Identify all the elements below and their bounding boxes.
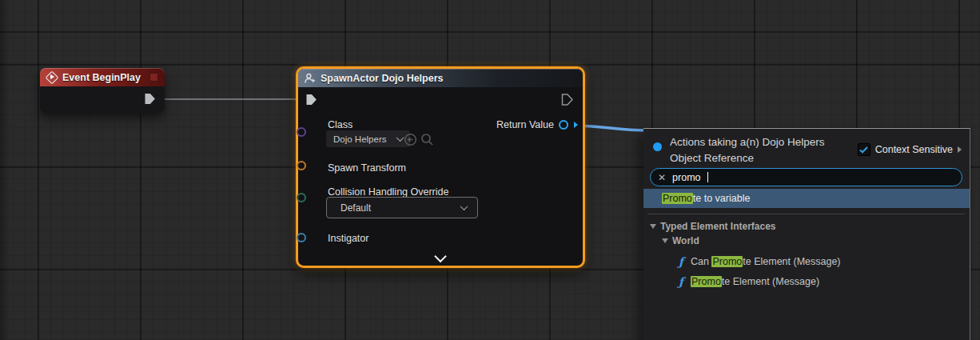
event-node-header[interactable]: Event BeginPlay — [40, 68, 165, 86]
expander-arrow-icon[interactable] — [958, 146, 962, 153]
return-value-pin[interactable] — [559, 120, 568, 130]
tree-item-can-promote-element[interactable]: ƒ Can Promote Element (Message) — [643, 251, 970, 271]
spawnactor-node-title: SpawnActor Dojo Helpers — [321, 73, 444, 84]
event-node-badge — [149, 73, 158, 82]
browse-asset-icon[interactable] — [420, 133, 434, 146]
function-icon: ƒ — [679, 276, 683, 287]
return-value-row[interactable]: Return Value — [496, 119, 578, 130]
class-pin-label: Class — [328, 119, 353, 130]
exec-input-pin[interactable] — [305, 94, 317, 106]
check-icon — [859, 146, 868, 154]
node-expand-chevron-icon[interactable] — [434, 250, 447, 263]
item-suffix: te Element (Message) — [722, 276, 819, 287]
action-item-promote-to-variable[interactable]: Promote to variable — [643, 189, 970, 208]
collapse-triangle-icon[interactable] — [650, 224, 656, 229]
action-search-input[interactable]: ✕ promo — [650, 168, 962, 186]
search-match-highlight: Promo — [711, 256, 743, 267]
collapse-triangle-icon[interactable] — [662, 238, 668, 243]
context-sensitive-label: Context Sensitive — [875, 144, 953, 155]
class-dropdown[interactable]: Dojo Helpers — [326, 130, 410, 147]
context-pin-dot-icon — [653, 142, 662, 151]
clear-search-icon[interactable]: ✕ — [658, 173, 666, 182]
class-pin[interactable] — [297, 127, 306, 137]
tree-category-label: Typed Element Interfaces — [660, 221, 776, 232]
node-spawnactor[interactable]: SpawnActor Dojo Helpers Class Dojo Helpe… — [296, 66, 585, 268]
spawn-transform-pin[interactable] — [297, 161, 306, 170]
context-sensitive-control[interactable]: Context Sensitive — [858, 143, 962, 156]
text-caret — [707, 172, 709, 182]
item-prefix: Can — [691, 256, 711, 267]
exec-then-pin[interactable] — [561, 94, 573, 106]
collision-handling-dropdown[interactable]: Default — [326, 197, 478, 218]
class-dropdown-value: Dojo Helpers — [333, 134, 386, 144]
spawnactor-node-header[interactable]: SpawnActor Dojo Helpers — [298, 69, 583, 87]
collision-handling-label: Collision Handling Override — [328, 186, 448, 198]
action-tree: Typed Element Interfaces World ƒ Can Pro… — [643, 219, 970, 291]
tree-group-label: World — [672, 235, 699, 246]
event-node-title: Event BeginPlay — [62, 72, 141, 83]
instigator-label: Instigator — [328, 233, 368, 244]
return-value-label: Return Value — [496, 119, 554, 130]
use-selected-asset-icon[interactable] — [404, 133, 417, 146]
exec-output-pin[interactable] — [144, 93, 156, 105]
tree-category-typed-element-interfaces[interactable]: Typed Element Interfaces — [643, 219, 970, 234]
search-match-highlight: Promo — [691, 276, 722, 287]
collision-handling-pin[interactable] — [297, 193, 306, 202]
menu-separator — [647, 214, 965, 214]
tree-group-world[interactable]: World — [643, 234, 970, 248]
blueprint-action-menu: Actions taking a(n) Dojo Helpers Object … — [643, 128, 970, 340]
chevron-down-icon — [460, 202, 468, 210]
collision-dropdown-value: Default — [341, 202, 371, 214]
spawn-actor-icon — [305, 73, 316, 84]
action-menu-title-line2: Object Reference — [670, 150, 825, 166]
tree-item-promote-element[interactable]: ƒ Promote Element (Message) — [643, 271, 970, 291]
context-sensitive-checkbox[interactable] — [858, 143, 870, 156]
spawn-transform-label: Spawn Transform — [328, 162, 406, 174]
function-icon: ƒ — [679, 256, 683, 267]
action-menu-title-line1: Actions taking a(n) Dojo Helpers — [670, 134, 825, 150]
node-event-beginplay[interactable]: Event BeginPlay — [40, 68, 165, 114]
action-item-rest: te to variable — [693, 193, 751, 204]
event-icon — [46, 72, 58, 83]
action-menu-title: Actions taking a(n) Dojo Helpers Object … — [670, 134, 825, 166]
instigator-pin[interactable] — [297, 233, 306, 242]
item-suffix: te Element (Message) — [743, 256, 840, 267]
search-value: promo — [672, 172, 700, 183]
return-value-pin-arrow — [574, 122, 578, 128]
search-match-highlight: Promo — [662, 193, 693, 204]
